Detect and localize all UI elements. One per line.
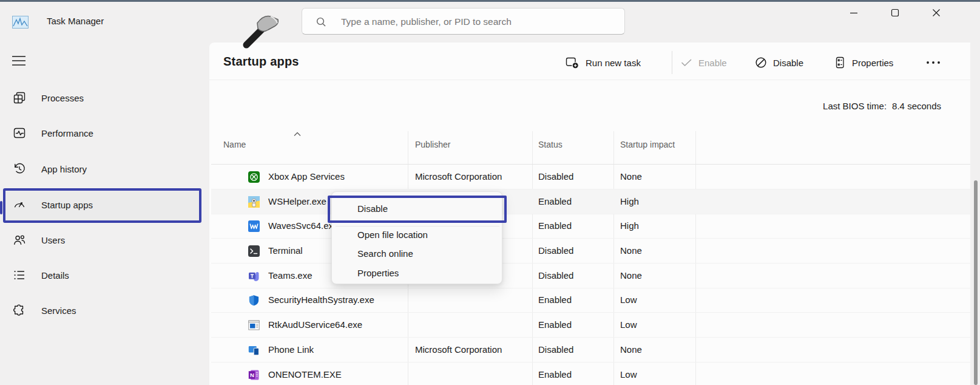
table-row[interactable]: WavesSvc64.exe Enabled High <box>211 214 970 239</box>
enable-button[interactable]: Enable <box>681 53 727 72</box>
terminal-icon <box>248 245 260 257</box>
task-manager-logo-icon <box>12 16 29 29</box>
performance-icon <box>12 126 27 140</box>
context-menu-item-open-file-location[interactable]: Open file location <box>357 228 428 242</box>
cell-impact: High <box>620 214 639 238</box>
column-header-name[interactable]: Name <box>223 140 246 149</box>
cell-name: Teams.exe <box>268 264 313 288</box>
cell-impact: Low <box>620 288 637 312</box>
cell-impact: Low <box>620 313 637 337</box>
table-row[interactable]: RtkAudUService64.exe Enabled Low <box>211 313 970 338</box>
table-row-selected[interactable]: WSHelper.exe Enabled High <box>211 189 970 214</box>
disable-slash-icon <box>755 56 767 69</box>
toolbar-separator <box>672 51 672 74</box>
properties-label: Properties <box>852 58 893 68</box>
cell-name: Phone Link <box>268 338 314 362</box>
cell-status: Disabled <box>538 264 573 288</box>
context-menu-separator <box>336 226 499 227</box>
cell-status: Enabled <box>538 313 572 337</box>
cell-name: RtkAudUService64.exe <box>268 313 362 337</box>
cell-impact: None <box>620 338 642 362</box>
processes-icon <box>12 90 27 105</box>
properties-icon <box>834 56 846 69</box>
column-header-status[interactable]: Status <box>538 140 563 149</box>
cell-name: WSHelper.exe <box>268 189 326 214</box>
table-row[interactable]: Teams.exe Disabled None <box>211 264 970 288</box>
table-row[interactable]: SecurityHealthSystray.exe Enabled Low <box>211 288 970 313</box>
sidebar-item-label: Services <box>41 305 76 316</box>
onenote-icon: N <box>248 369 260 381</box>
cell-name: SecurityHealthSystray.exe <box>268 288 374 312</box>
search-box <box>302 8 625 35</box>
run-new-task-icon <box>566 56 580 69</box>
window-top-edge <box>0 0 980 2</box>
details-icon <box>12 268 27 282</box>
last-bios-time: Last BIOS time:8.4 seconds <box>698 101 941 111</box>
security-shield-icon <box>248 295 260 306</box>
app-history-icon <box>12 162 27 176</box>
page-title: Startup apps <box>223 55 299 69</box>
cell-impact: None <box>620 165 642 189</box>
sidebar-item-details[interactable]: Details <box>0 257 206 293</box>
run-new-task-label: Run new task <box>586 58 641 68</box>
teams-icon <box>248 270 260 282</box>
table-row[interactable]: Phone Link Microsoft Corporation Disable… <box>211 338 970 363</box>
navigation-menu-button[interactable] <box>11 53 27 68</box>
cell-name: ONENOTEM.EXE <box>268 363 342 385</box>
cell-status: Disabled <box>538 239 573 263</box>
sidebar-item-startup-apps[interactable]: Startup apps <box>0 187 206 222</box>
cell-status: Enabled <box>538 363 572 385</box>
phone-link-icon <box>248 344 260 356</box>
sidebar-item-label: Details <box>41 270 69 281</box>
sidebar-item-services[interactable]: Services <box>0 293 206 328</box>
cell-status: Disabled <box>538 165 573 189</box>
sidebar-item-users[interactable]: Users <box>0 222 206 257</box>
cell-status: Enabled <box>538 214 572 238</box>
window-title: Task Manager <box>47 15 104 27</box>
hammer-cursor-icon <box>239 11 283 49</box>
xbox-icon <box>248 171 260 183</box>
sidebar-item-app-history[interactable]: App history <box>0 151 206 186</box>
cell-impact: None <box>620 264 642 288</box>
context-menu-item-properties[interactable]: Properties <box>357 267 399 280</box>
column-header-startup-impact[interactable]: Startup impact <box>620 140 675 149</box>
toolbar-divider-line <box>209 80 970 80</box>
sidebar-item-processes[interactable]: Processes <box>0 80 206 115</box>
search-icon <box>316 16 326 27</box>
more-options-button[interactable] <box>925 58 944 67</box>
cell-publisher: Microsoft Corporation <box>415 165 502 189</box>
last-bios-time-label: Last BIOS time: <box>823 101 887 111</box>
sidebar-item-label: Startup apps <box>41 200 93 210</box>
disable-annotation-box <box>328 196 507 223</box>
search-input[interactable] <box>340 9 618 35</box>
task-manager-window: Task Manager Proce <box>0 0 980 385</box>
cell-name: Terminal <box>268 239 303 263</box>
disable-button[interactable]: Disable <box>755 53 803 72</box>
cell-publisher: Microsoft Corporation <box>415 338 502 362</box>
sidebar-item-label: Processes <box>41 93 84 103</box>
table-row[interactable]: N ONENOTEM.EXE Enabled Low <box>211 363 970 385</box>
sidebar-item-performance[interactable]: Performance <box>0 115 206 151</box>
properties-button[interactable]: Properties <box>834 53 893 72</box>
window-close-button[interactable] <box>922 2 950 23</box>
cell-status: Disabled <box>538 338 573 362</box>
context-menu-item-search-online[interactable]: Search online <box>357 247 413 261</box>
enable-check-icon <box>681 57 692 68</box>
column-header-publisher[interactable]: Publisher <box>415 140 450 149</box>
disable-label: Disable <box>773 58 803 68</box>
startup-apps-icon <box>12 197 27 212</box>
sort-ascending-icon <box>293 131 302 137</box>
sidebar-item-label: Performance <box>41 128 93 138</box>
vertical-scrollbar-thumb[interactable] <box>974 180 978 385</box>
sidebar-item-label: Users <box>41 235 65 245</box>
cell-impact: Low <box>620 363 637 385</box>
services-icon <box>12 303 27 318</box>
wshelper-icon <box>248 196 260 208</box>
table-row[interactable]: Terminal Microsoft Corporation Disabled … <box>211 239 970 264</box>
waves-icon <box>248 220 260 232</box>
svg-text:N: N <box>250 372 254 378</box>
table-row[interactable]: Xbox App Services Microsoft Corporation … <box>211 165 970 189</box>
run-new-task-button[interactable]: Run new task <box>566 53 641 72</box>
window-minimize-button[interactable] <box>840 2 868 23</box>
window-maximize-button[interactable] <box>881 2 909 23</box>
